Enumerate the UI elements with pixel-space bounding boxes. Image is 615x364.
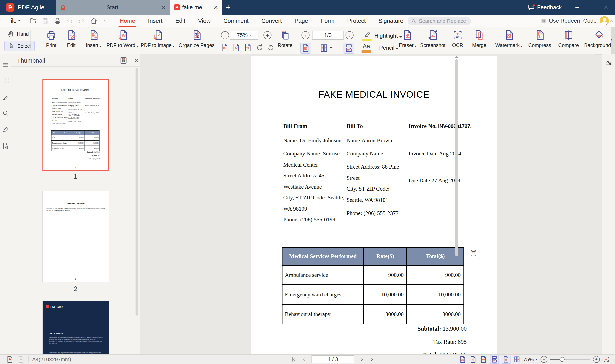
page-number-input[interactable]: 1/3: [312, 31, 343, 39]
properties-sliders-icon[interactable]: [605, 59, 613, 67]
redo-icon[interactable]: [78, 17, 85, 25]
document-page-1[interactable]: FAKE MEDICAL INVOICE Bill From Name: Dr.…: [251, 56, 497, 354]
menu-edit[interactable]: Edit: [175, 15, 185, 27]
collapse-ribbon-icon[interactable]: [609, 18, 615, 24]
prev-page-icon[interactable]: [301, 356, 307, 362]
edit-button[interactable]: Edit: [66, 30, 77, 48]
open-file-icon[interactable]: [30, 17, 37, 25]
menu-home[interactable]: Home: [120, 15, 135, 27]
last-page-icon[interactable]: [369, 356, 375, 362]
fit-page-status-icon[interactable]: [469, 356, 477, 363]
zoom-input[interactable]: 75%: [230, 31, 258, 39]
zoom-out-status-button[interactable]: −: [541, 356, 547, 363]
file-menu-button[interactable]: File: [7, 18, 21, 24]
eraser-button[interactable]: Eraser: [399, 30, 416, 48]
close-button[interactable]: [601, 3, 611, 12]
tab-start[interactable]: Start ✕: [56, 0, 170, 15]
new-tab-button[interactable]: +: [226, 4, 231, 11]
continuous-scroll-button[interactable]: [343, 43, 354, 54]
signature-panel-icon[interactable]: [2, 94, 9, 101]
minimize-button[interactable]: [573, 3, 582, 12]
menu-hamburger-icon[interactable]: [2, 61, 9, 68]
redeem-code-button[interactable]: Use Redeem Code: [541, 15, 597, 27]
fit-width-icon[interactable]: [244, 43, 252, 52]
menu-view[interactable]: View: [198, 15, 211, 27]
actual-size-status-icon[interactable]: 1:1: [459, 356, 466, 363]
fullscreen-icon[interactable]: [602, 356, 610, 363]
compare-button[interactable]: Compare: [558, 30, 579, 48]
zoom-slider-knob[interactable]: [560, 357, 565, 362]
compress-button[interactable]: Compress: [528, 30, 551, 48]
next-page-button[interactable]: ›: [345, 31, 354, 39]
print-quick-icon[interactable]: [54, 17, 61, 25]
maximize-button[interactable]: [587, 3, 596, 12]
rotate-right-icon[interactable]: [267, 43, 275, 52]
insert-button[interactable]: Insert: [86, 30, 102, 48]
history-panel-icon[interactable]: [2, 143, 9, 150]
search-panel-icon[interactable]: [2, 110, 9, 117]
first-page-icon[interactable]: [291, 356, 297, 362]
page-thumbnail-1[interactable]: FAKE MEDICAL INVOICE Bill From Name: Dr.…: [42, 79, 109, 171]
two-page-view-button[interactable]: [319, 44, 332, 52]
actual-size-icon[interactable]: 1:1: [220, 43, 229, 52]
menu-insert[interactable]: Insert: [148, 15, 163, 27]
hand-tool[interactable]: Hand: [7, 30, 29, 38]
menu-convert[interactable]: Convert: [261, 15, 282, 27]
feedback-button[interactable]: Feedback: [528, 4, 562, 11]
print-button[interactable]: Print: [46, 30, 57, 48]
zoom-slider[interactable]: [550, 359, 590, 360]
fit-page-icon[interactable]: [232, 43, 241, 52]
customize-toolbar-icon[interactable]: [102, 18, 108, 24]
pencil-button[interactable]: Pencil: [379, 45, 398, 51]
single-page-view-button[interactable]: [300, 43, 311, 54]
toolbar-overflow-chevron-icon[interactable]: ›: [610, 36, 612, 43]
screenshot-button[interactable]: Screenshot: [420, 30, 445, 48]
home-quick-icon[interactable]: [90, 17, 98, 25]
table-edit-button[interactable]: [468, 247, 479, 259]
font-color-tool[interactable]: Aa: [362, 43, 371, 52]
single-page-status-button[interactable]: [502, 355, 510, 364]
tab-start-close-icon[interactable]: ✕: [161, 4, 166, 11]
watermark-button[interactable]: Watermark: [495, 30, 522, 48]
highlight-button[interactable]: Hightlight: [362, 30, 402, 41]
background-button[interactable]: Background: [584, 30, 614, 48]
avatar[interactable]: [600, 16, 609, 26]
continuous-scroll-status-button[interactable]: [490, 355, 499, 364]
next-view-icon[interactable]: [17, 356, 25, 363]
menu-page[interactable]: Page: [294, 15, 308, 27]
rotate-left-icon[interactable]: [255, 43, 264, 52]
menu-comment[interactable]: Comment: [223, 15, 249, 27]
pdf-to-image-button[interactable]: PDF to Image: [141, 30, 175, 48]
next-page-icon[interactable]: [359, 356, 365, 362]
thumbnail-grid-view-icon[interactable]: [120, 56, 127, 65]
zoom-in-status-button[interactable]: +: [593, 356, 600, 363]
pdf-to-word-button[interactable]: W PDF to Word: [107, 30, 138, 48]
menu-protect[interactable]: Protect: [347, 15, 366, 27]
thumbnail-panel-close-icon[interactable]: ✕: [134, 57, 139, 65]
tab-document[interactable]: P fake medical invoice templ... ✕: [170, 0, 222, 15]
scrollbar-up-arrow[interactable]: [455, 56, 459, 58]
undo-icon[interactable]: [66, 17, 73, 25]
menu-form[interactable]: Form: [321, 15, 335, 27]
thumbnail-panel-scrollbar[interactable]: [136, 68, 138, 316]
statusbar-page-input[interactable]: 1 / 3: [312, 355, 354, 364]
zoom-out-button[interactable]: −: [221, 31, 229, 39]
previous-view-icon[interactable]: [6, 356, 14, 363]
page-thumbnail-2[interactable]: Terms and Conditions Thank you for your …: [42, 191, 109, 282]
zoom-in-button[interactable]: +: [263, 31, 272, 39]
merge-button[interactable]: Merge: [472, 30, 486, 48]
two-page-status-icon[interactable]: [513, 356, 520, 363]
ocr-button[interactable]: OCR: [452, 30, 463, 48]
scrollbar-thumb[interactable]: [455, 59, 458, 256]
organize-pages-button[interactable]: Organize Pages: [178, 30, 214, 48]
select-tool[interactable]: Select: [4, 41, 35, 51]
tab-document-close-icon[interactable]: ✕: [214, 4, 218, 11]
previous-page-button[interactable]: ‹: [301, 31, 310, 39]
document-scrollbar[interactable]: [455, 54, 459, 256]
search-input[interactable]: [418, 18, 467, 24]
statusbar-zoom-dropdown[interactable]: 75%: [523, 356, 538, 363]
menu-signature[interactable]: Signature: [378, 15, 403, 27]
save-icon[interactable]: [42, 17, 49, 25]
document-page-1[interactable]: FAKE MEDICAL INVOICE Bill From Name: Dr.…: [43, 80, 108, 171]
thumbnail-panel-icon[interactable]: [2, 77, 9, 84]
